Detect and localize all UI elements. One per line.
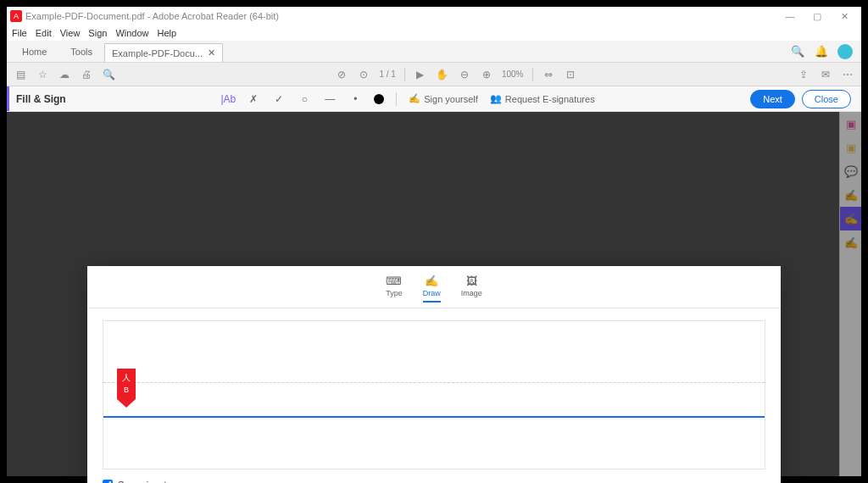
tab-tools[interactable]: Tools [58,41,104,62]
cloud-icon[interactable]: ☁ [58,68,71,81]
fill-sign-title: Fill & Sign [9,93,66,105]
profile-avatar[interactable] [837,44,853,59]
tab-image[interactable]: 🖼 Image [461,275,482,303]
window-title: Example-PDF-Document.pdf - Adobe Acrobat… [25,11,776,21]
print-icon[interactable]: 🖨 [80,68,93,81]
star-icon[interactable]: ☆ [36,68,49,81]
signature-modal: ⌨ Type ✍ Draw 🖼 Image [87,266,781,483]
signature-canvas-wrap: 人 B [87,308,781,471]
share-icon[interactable]: ⇪ [797,68,810,81]
separator [532,68,533,81]
bell-icon[interactable]: 🔔 [814,44,829,59]
fill-sign-bar: Fill & Sign |Ab ✗ ✓ ○ — • ✍ Sign yoursel… [7,86,861,112]
x-mark-icon[interactable]: ✗ [247,92,260,106]
document-area: ▣ ▣ 💬 ✍ ✍ ✍ ⌨ Type ✍ Draw 🖼 Image [7,112,861,476]
pen-icon: ✍ [425,275,438,287]
tab-home[interactable]: Home [10,41,58,62]
menu-window[interactable]: Window [115,28,148,38]
menu-help[interactable]: Help [158,28,177,38]
text-tool-icon[interactable]: |Ab [221,92,235,106]
signature-canvas[interactable]: 人 B [103,320,765,469]
mail-icon[interactable]: ✉ [819,68,832,81]
hand-tool-icon[interactable]: ✋ [436,68,449,81]
tabbar-right: 🔍 🔔 [790,41,861,62]
save-signature-row: Save signature [87,471,781,483]
document-tab[interactable]: Example-PDF-Docu... ✕ [104,43,223,62]
more-icon[interactable]: ⋯ [841,68,854,81]
svg-text:人: 人 [122,373,131,382]
search-icon[interactable]: 🔍 [790,44,805,59]
close-button[interactable]: Close [802,90,851,108]
separator [404,68,405,81]
acrobat-icon: A [10,10,22,22]
menu-view[interactable]: View [60,28,81,38]
tab-type[interactable]: ⌨ Type [386,275,403,303]
signature-icon: ✍ [409,93,420,104]
read-mode-icon[interactable]: ⊡ [564,68,577,81]
next-page-icon[interactable]: ⊙ [357,68,370,81]
dot-tool-icon[interactable]: • [348,92,362,106]
fit-width-icon[interactable]: ⇔ [542,68,555,81]
document-tab-label: Example-PDF-Docu... [112,48,203,58]
save-signature-label: Save signature [118,480,180,483]
main-toolbar: ▤ ☆ ☁ 🖨 🔍 ⊘ ⊙ 1 / 1 ▶ ✋ ⊖ ⊕ 100% ⇔ ⊡ ⇪ ✉… [7,63,861,86]
select-tool-icon[interactable]: ▶ [414,68,427,81]
image-icon: 🖼 [466,275,477,287]
zoom-out-icon[interactable]: ⊖ [458,68,471,81]
circle-tool-icon[interactable]: ○ [298,92,311,106]
divider [396,92,397,106]
keyboard-icon: ⌨ [386,275,402,287]
maximize-button[interactable]: ▢ [804,7,831,25]
people-icon: 👥 [490,93,502,104]
minimize-button[interactable]: — [776,7,804,25]
search-tool-icon[interactable]: 🔍 [102,68,115,81]
svg-text:B: B [124,386,129,394]
page-count: 1 / 1 [379,69,395,79]
app-window: A Example-PDF-Document.pdf - Adobe Acrob… [7,7,861,476]
close-window-button[interactable]: ✕ [831,7,858,25]
save-signature-checkbox[interactable] [103,480,113,483]
zoom-level[interactable]: 100% [502,69,524,79]
prev-page-icon[interactable]: ⊘ [335,68,348,81]
check-mark-icon[interactable]: ✓ [272,92,286,106]
close-tab-icon[interactable]: ✕ [208,47,215,58]
next-button[interactable]: Next [750,90,795,108]
sign-here-marker: 人 B [117,369,136,408]
color-dot-icon[interactable] [374,94,384,104]
titlebar: A Example-PDF-Document.pdf - Adobe Acrob… [7,7,861,25]
sidebar-toggle-icon[interactable]: ▤ [14,68,27,81]
menu-sign[interactable]: Sign [88,28,107,38]
zoom-in-icon[interactable]: ⊕ [480,68,493,81]
sign-yourself-button[interactable]: ✍ Sign yourself [409,93,478,104]
menu-file[interactable]: File [12,28,27,38]
signature-baseline [103,416,765,418]
tabbar: Home Tools Example-PDF-Docu... ✕ 🔍 🔔 [7,41,861,63]
menu-edit[interactable]: Edit [36,28,52,38]
request-signatures-button[interactable]: 👥 Request E-signatures [490,93,595,104]
tab-draw[interactable]: ✍ Draw [423,275,441,303]
menubar: File Edit View Sign Window Help [7,25,861,41]
modal-tabs: ⌨ Type ✍ Draw 🖼 Image [87,266,781,308]
guide-line [103,382,765,383]
line-tool-icon[interactable]: — [323,92,337,106]
